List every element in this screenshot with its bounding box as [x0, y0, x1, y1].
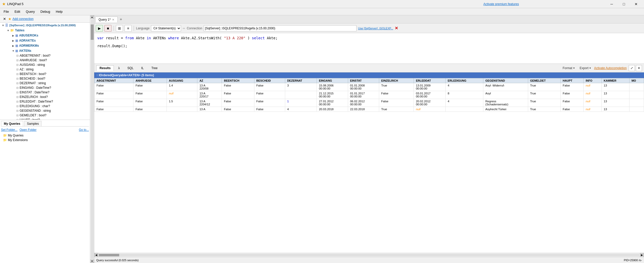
td-haupt-3: False	[560, 107, 583, 112]
query-tab-1-close[interactable]: ✕	[112, 18, 114, 21]
tab-samples[interactable]: Samples	[24, 121, 42, 126]
export-button[interactable]: Export ▼	[578, 66, 593, 71]
col-icon-13: ⊟	[16, 114, 19, 117]
language-select[interactable]: C# Statement(s)	[151, 25, 181, 31]
table-adrmerks[interactable]: ▶ ▦ ADRMERKMs	[0, 43, 90, 48]
set-folder-link[interactable]: Set Folder...	[1, 128, 18, 132]
col-icon-7: ⊟	[16, 86, 19, 90]
table-abuserok[interactable]: ▶ ▦ ABUSEROKs	[0, 33, 90, 38]
th-gemeldet: GEMELDET	[528, 78, 560, 83]
table-label-3: AKTENs	[19, 49, 31, 53]
col-beentsch: ⊟ BEENTSCH : bool?	[0, 72, 90, 76]
query-status: Query successful (0.025 seconds)	[96, 259, 139, 262]
query-tabs-bar: Query 1* ✕ +	[94, 15, 644, 23]
table-icon-2: ▦	[15, 44, 18, 47]
menu-debug[interactable]: Debug	[38, 9, 53, 15]
td-erleddat-1: 03.01.201700:00:00	[414, 91, 446, 99]
table-adrakte[interactable]: ▶ ▦ ADRAKTEs	[0, 38, 90, 43]
tables-node[interactable]: ▼ 📁 Tables	[0, 28, 90, 33]
results-tab-tree[interactable]: Tree	[148, 65, 161, 71]
connection-close-button[interactable]: ✕	[395, 26, 398, 31]
td-bescheid-2: False	[254, 99, 285, 107]
server-node[interactable]: ▼ 🗄 [SqlServer] .\SQLEXPRESS19\vgefa (v.…	[0, 23, 90, 28]
table-expand-1[interactable]: ▶	[11, 39, 15, 43]
resize-results-button[interactable]: ⤢	[629, 65, 635, 71]
query-item-my-queries[interactable]: 📁 My Queries	[1, 133, 89, 138]
go-to-link[interactable]: Go to...	[79, 128, 89, 132]
close-button[interactable]: ✕	[630, 0, 642, 8]
stop-button[interactable]: ■	[104, 25, 112, 32]
results-tab-lambda[interactable]: λ	[115, 65, 123, 71]
col-bescheid: ⊟ BESCHEID : bool?	[0, 76, 90, 81]
scroll-thumb[interactable]	[91, 24, 94, 40]
col-gegenstand: ⊟ GEGENSTAND : string	[0, 108, 90, 113]
scroll-up-arrow[interactable]: ▲	[90, 15, 94, 19]
td-abgetrennt-1: False	[94, 91, 133, 99]
left-bottom-panel: My Queries Samples Set Folder... Open Fo…	[0, 120, 90, 144]
tab-my-queries[interactable]: My Queries	[1, 121, 23, 126]
kw-in: in	[147, 36, 151, 40]
server-expand-icon[interactable]: ▼	[1, 23, 5, 27]
query-tab-1[interactable]: Query 1* ✕	[95, 17, 118, 22]
close-left-panel-button[interactable]: ✕	[2, 16, 7, 21]
grid-view-button[interactable]: ⊞	[116, 25, 123, 32]
activate-autocompletion-link[interactable]: Activate Autocompletion	[594, 66, 627, 70]
table-expand-3[interactable]: ▼	[11, 49, 15, 53]
col-label-2: AUSGANG : string	[20, 63, 45, 67]
td-dezernat-2: 1	[285, 99, 317, 107]
td-eingang-0: 15.08.200600:00:00	[317, 83, 348, 91]
menu-help[interactable]: Help	[53, 9, 65, 15]
minimize-button[interactable]: ─	[606, 0, 618, 8]
results-tab-sql[interactable]: SQL	[124, 65, 137, 71]
code-editor[interactable]: var result = from Akte in AKTENs where A…	[94, 33, 644, 64]
col-label-5: BESCHEID : bool?	[20, 77, 45, 80]
format-button[interactable]: Format ▼	[561, 66, 577, 71]
format-label: Format	[563, 66, 572, 70]
run-button[interactable]: ▶	[96, 25, 103, 32]
col-eingang: ⊟ EINGANG : DateTime?	[0, 85, 90, 90]
td-gemeldet-3: True	[528, 107, 560, 112]
horizontal-scrollbar[interactable]: ◀ ▶	[94, 253, 644, 257]
list-view-button[interactable]: ≡	[125, 25, 132, 32]
td-dezernat-1	[285, 91, 317, 99]
new-tab-button[interactable]: +	[118, 17, 124, 22]
results-tab-results[interactable]: Results	[96, 65, 114, 71]
query-item-extensions[interactable]: 📁 My Extensions	[1, 138, 89, 142]
tables-expand-icon[interactable]: ▼	[6, 28, 10, 32]
td-bescheid-3: False	[254, 107, 285, 112]
td-haupt-1: False	[560, 91, 583, 99]
scroll-down-arrow[interactable]: ▼	[90, 259, 94, 263]
table-expand-2[interactable]: ▶	[11, 44, 15, 48]
td-einstat-0: 01.01.200800:00:00	[348, 83, 379, 91]
scroll-right-arrow[interactable]: ▶	[640, 253, 644, 257]
scroll-left-arrow[interactable]: ◀	[94, 253, 98, 257]
col-icon-5: ⊟	[16, 77, 19, 80]
td-ausgang-3	[167, 107, 197, 112]
table-aktens[interactable]: ▼ ▦ AKTENs	[0, 48, 90, 53]
col-icon-9: ⊟	[16, 95, 19, 99]
close-results-button[interactable]: ✕	[636, 65, 642, 71]
add-connection-link[interactable]: Add connection	[12, 17, 34, 21]
menu-edit[interactable]: Edit	[12, 9, 23, 15]
h-scroll-track[interactable]	[99, 254, 639, 256]
td-eingang-1: 21.12.201500:00:00	[317, 91, 348, 99]
h-scroll-thumb[interactable]	[99, 254, 119, 256]
maximize-button[interactable]: □	[618, 0, 630, 8]
td-gemeldet-0: True	[528, 83, 560, 91]
results-toolbar: Results λ SQL IL Tree Format ▼ Export ▼ …	[94, 64, 644, 72]
td-ausgang-2: 1.5	[167, 99, 197, 107]
td-kammer-1: 13	[601, 91, 629, 99]
results-tab-il[interactable]: IL	[138, 65, 147, 71]
table-expand-0[interactable]: ▶	[11, 33, 15, 37]
menu-query[interactable]: Query	[23, 9, 37, 15]
premium-link[interactable]: Activate premium features	[483, 2, 519, 6]
connection-input[interactable]	[204, 25, 357, 31]
query-label-0: My Queries	[8, 134, 23, 137]
use-connection-link[interactable]: Use [SqlServer] .\SQLEXP...	[358, 27, 393, 30]
menu-file[interactable]: File	[1, 9, 11, 15]
col-icon-12: ⊟	[16, 109, 19, 112]
left-scrollbar[interactable]: ▲ ▼	[90, 15, 94, 263]
open-folder-link[interactable]: Open Folder	[20, 128, 37, 132]
results-scroll-area[interactable]: ↑ IOrderedQueryable<AKTEN> (5 items) ABG…	[94, 72, 644, 253]
toolbar-sep-2	[134, 26, 134, 31]
